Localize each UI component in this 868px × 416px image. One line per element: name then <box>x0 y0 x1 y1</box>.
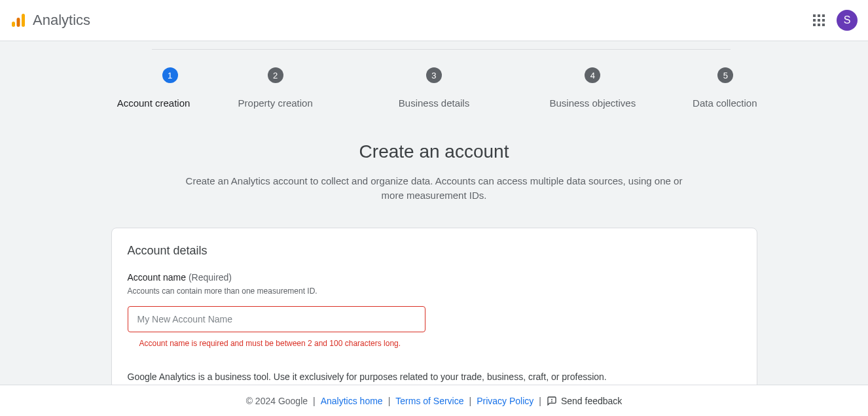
field-help: Accounts can contain more than one measu… <box>128 286 741 296</box>
feedback-icon <box>547 396 557 406</box>
card-note: Google Analytics is a business tool. Use… <box>128 372 741 382</box>
field-label-row: Account name (Required) <box>128 272 741 283</box>
link-privacy-policy[interactable]: Privacy Policy <box>477 396 533 406</box>
svg-rect-3 <box>813 14 816 17</box>
header-left: Analytics <box>10 12 90 29</box>
page-title: Create an account <box>0 141 868 162</box>
card-title: Account details <box>128 244 741 258</box>
step-number: 1 <box>162 67 178 83</box>
avatar-letter: S <box>844 14 851 26</box>
svg-rect-8 <box>822 19 825 22</box>
svg-rect-6 <box>813 19 816 22</box>
apps-grid-icon[interactable] <box>813 14 825 26</box>
required-hint: (Required) <box>189 272 232 283</box>
step-connector <box>368 49 499 50</box>
separator: | <box>313 396 316 406</box>
field-label: Account name <box>128 272 187 283</box>
svg-rect-10 <box>818 24 820 26</box>
step-data-collection[interactable]: 5 Data collection <box>672 67 757 109</box>
step-label: Property creation <box>238 97 313 109</box>
separator: | <box>388 396 391 406</box>
step-connector <box>499 49 645 50</box>
step-label: Data collection <box>693 97 757 109</box>
svg-rect-2 <box>22 14 25 27</box>
step-account-creation[interactable]: 1 Account creation <box>111 67 196 109</box>
separator: | <box>539 396 541 406</box>
content-area: 1 Account creation 2 Property creation 3… <box>0 41 868 416</box>
step-number: 5 <box>717 67 733 83</box>
step-number: 2 <box>268 67 283 83</box>
svg-rect-0 <box>12 22 15 27</box>
separator: | <box>469 396 472 406</box>
svg-rect-1 <box>17 18 20 27</box>
account-name-input[interactable] <box>128 306 425 332</box>
step-property-creation[interactable]: 2 Property creation <box>196 67 355 109</box>
svg-point-13 <box>552 402 552 402</box>
step-label: Account creation <box>117 97 190 109</box>
app-title: Analytics <box>33 12 90 29</box>
stepper: 1 Account creation 2 Property creation 3… <box>111 41 757 109</box>
svg-rect-5 <box>822 14 825 17</box>
step-number: 4 <box>585 67 600 83</box>
avatar[interactable]: S <box>837 10 858 31</box>
step-label: Business details <box>399 97 469 109</box>
account-details-card: Account details Account name (Required) … <box>111 228 757 400</box>
title-block: Create an account Create an Analytics ac… <box>0 141 868 203</box>
step-connector <box>645 49 731 50</box>
svg-rect-9 <box>813 24 816 26</box>
app-header: Analytics S <box>0 0 868 41</box>
step-label: Business objectives <box>549 97 636 109</box>
footer: © 2024 Google | Analytics home | Terms o… <box>0 385 868 416</box>
step-business-details[interactable]: 3 Business details <box>355 67 513 109</box>
link-terms-of-service[interactable]: Terms of Service <box>395 396 463 406</box>
svg-rect-4 <box>818 14 820 17</box>
svg-rect-11 <box>822 24 825 26</box>
step-number: 3 <box>426 67 442 83</box>
feedback-label: Send feedback <box>561 396 622 406</box>
header-right: S <box>813 10 858 31</box>
copyright: © 2024 Google <box>246 396 308 406</box>
account-name-input-wrap <box>128 306 425 332</box>
step-connector <box>152 49 368 50</box>
svg-rect-7 <box>818 19 820 22</box>
send-feedback-button[interactable]: Send feedback <box>547 396 622 406</box>
link-analytics-home[interactable]: Analytics home <box>321 396 383 406</box>
analytics-logo-icon <box>10 12 26 28</box>
step-business-objectives[interactable]: 4 Business objectives <box>513 67 672 109</box>
error-message: Account name is required and must be bet… <box>128 339 741 348</box>
page-subtitle: Create an Analytics account to collect a… <box>182 174 686 203</box>
